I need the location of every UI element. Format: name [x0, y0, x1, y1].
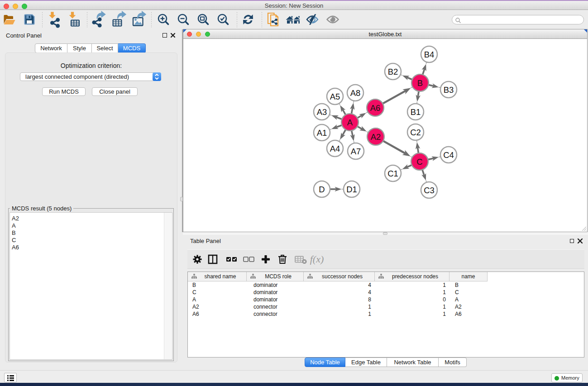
svg-text:C4: C4: [443, 150, 454, 160]
svg-text:B4: B4: [424, 50, 435, 59]
svg-text:B2: B2: [388, 67, 398, 76]
svg-text:D1: D1: [346, 185, 357, 194]
svg-text:A7: A7: [351, 147, 361, 156]
svg-text:D: D: [319, 185, 325, 194]
svg-text:B1: B1: [411, 107, 421, 117]
svg-text:f(x): f(x): [310, 253, 324, 265]
svg-text:A3: A3: [317, 107, 327, 117]
svg-text:C2: C2: [410, 128, 421, 137]
svg-text:A4: A4: [330, 144, 340, 153]
svg-text:A: A: [347, 118, 353, 127]
svg-text:B3: B3: [444, 85, 454, 95]
svg-text:B: B: [417, 78, 423, 88]
svg-text:C3: C3: [424, 186, 435, 195]
svg-text:A5: A5: [330, 92, 340, 101]
svg-text:A8: A8: [350, 88, 361, 98]
svg-text:A1: A1: [317, 128, 327, 138]
svg-text:A6: A6: [370, 103, 381, 113]
svg-text:C1: C1: [387, 169, 398, 178]
svg-text:A2: A2: [371, 132, 381, 142]
svg-text:C: C: [416, 157, 422, 167]
